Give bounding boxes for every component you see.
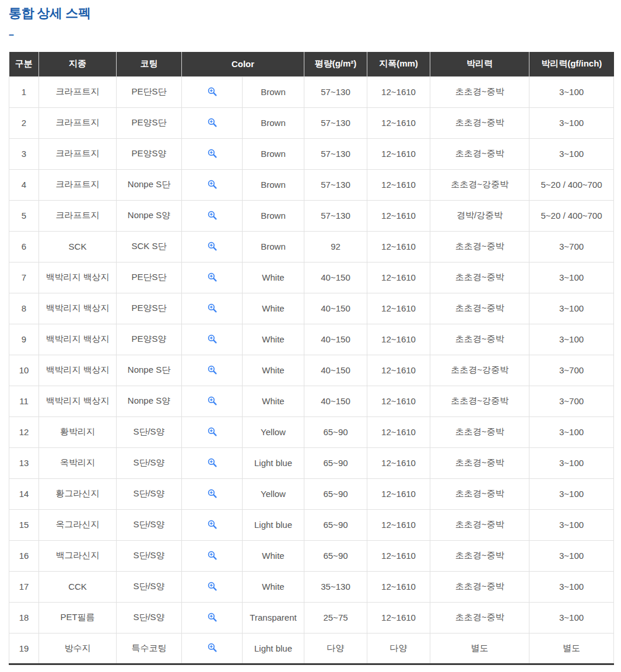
- table-row: 16백그라신지S단/S양 White65~9012~1610초초경~중박3~10…: [9, 540, 614, 571]
- peel-strength-cell: 초초경~강중박: [430, 169, 529, 200]
- color-preview-cell: [182, 540, 243, 571]
- row-number-cell: 12: [9, 416, 39, 447]
- row-number-cell: 9: [9, 324, 39, 355]
- table-row: 13옥박리지S단/S양 Light blue65~9012~1610초초경~중박…: [9, 447, 614, 478]
- peel-strength-gf-cell: 별도: [529, 633, 614, 664]
- basis-weight-cell: 25~75: [304, 602, 367, 633]
- paper-type-cell: 백박리지 백상지: [39, 324, 117, 355]
- zoom-in-icon[interactable]: [206, 611, 218, 623]
- paper-width-cell: 12~1610: [367, 324, 430, 355]
- row-number-cell: 15: [9, 509, 39, 540]
- coating-cell: S단/S양: [117, 509, 182, 540]
- paper-type-cell: 옥그라신지: [39, 509, 117, 540]
- zoom-in-icon[interactable]: [206, 178, 218, 190]
- basis-weight-cell: 57~130: [304, 107, 367, 138]
- paper-width-cell: 12~1610: [367, 571, 430, 602]
- row-number-cell: 10: [9, 355, 39, 386]
- peel-strength-cell: 경박/강중박: [430, 200, 529, 231]
- row-number-cell: 17: [9, 571, 39, 602]
- zoom-in-icon[interactable]: [206, 86, 218, 97]
- peel-strength-cell: 초초경~중박: [430, 602, 529, 633]
- table-row: 10백박리지 백상지Nonpe S단 White40~15012~1610초초경…: [9, 355, 614, 386]
- zoom-in-icon[interactable]: [206, 580, 218, 592]
- zoom-in-icon[interactable]: [206, 457, 218, 468]
- color-preview-cell: [182, 571, 243, 602]
- peel-strength-cell: 초초경~강중박: [430, 355, 529, 386]
- table-row: 11백박리지 백상지Nonpe S양 White40~15012~1610초초경…: [9, 386, 614, 416]
- peel-strength-cell: 초초경~중박: [430, 416, 529, 447]
- paper-width-cell: 12~1610: [367, 76, 430, 107]
- col-header-color: Color: [182, 52, 304, 76]
- zoom-in-icon[interactable]: [206, 333, 218, 345]
- peel-strength-cell: 초초경~중박: [430, 540, 529, 571]
- color-preview-cell: [182, 478, 243, 509]
- color-preview-cell: [182, 386, 243, 416]
- paper-type-cell: 옥박리지: [39, 447, 117, 478]
- peel-strength-gf-cell: 3~700: [529, 386, 614, 416]
- row-number-cell: 8: [9, 293, 39, 324]
- header-row: 구분 지종 코팅 Color 평량(g/m²) 지폭(mm) 박리력 박리력(g…: [9, 52, 614, 76]
- coating-cell: PE양S양: [117, 324, 182, 355]
- zoom-in-icon[interactable]: [206, 271, 218, 283]
- row-number-cell: 19: [9, 633, 39, 664]
- basis-weight-cell: 다양: [304, 633, 367, 664]
- zoom-in-icon[interactable]: [206, 117, 218, 128]
- coating-cell: S단/S양: [117, 416, 182, 447]
- zoom-in-icon[interactable]: [206, 148, 218, 159]
- zoom-in-icon[interactable]: [206, 395, 218, 407]
- color-name-cell: Light blue: [243, 447, 304, 478]
- color-name-cell: White: [243, 540, 304, 571]
- row-number-cell: 4: [9, 169, 39, 200]
- zoom-in-icon[interactable]: [206, 642, 218, 653]
- paper-width-cell: 12~1610: [367, 231, 430, 262]
- peel-strength-cell: 초초경~중박: [430, 138, 529, 169]
- spec-table: 구분 지종 코팅 Color 평량(g/m²) 지폭(mm) 박리력 박리력(g…: [9, 52, 614, 665]
- coating-cell: PE단S단: [117, 76, 182, 107]
- paper-type-cell: 백박리지 백상지: [39, 386, 117, 416]
- paper-type-cell: CCK: [39, 571, 117, 602]
- table-row: 6SCKSCK S단 Brown9212~1610초초경~중박3~700: [9, 231, 614, 262]
- zoom-in-icon[interactable]: [206, 488, 218, 499]
- paper-type-cell: 황박리지: [39, 416, 117, 447]
- col-header-peel-strength: 박리력: [430, 52, 529, 76]
- coating-cell: SCK S단: [117, 231, 182, 262]
- row-number-cell: 6: [9, 231, 39, 262]
- paper-type-cell: 크라프트지: [39, 76, 117, 107]
- peel-strength-cell: 초초경~중박: [430, 76, 529, 107]
- paper-width-cell: 12~1610: [367, 262, 430, 293]
- zoom-in-icon[interactable]: [206, 550, 218, 561]
- peel-strength-gf-cell: 3~100: [529, 602, 614, 633]
- zoom-in-icon[interactable]: [206, 364, 218, 376]
- color-preview-cell: [182, 355, 243, 386]
- zoom-in-icon[interactable]: [206, 426, 218, 438]
- color-name-cell: Brown: [243, 138, 304, 169]
- color-name-cell: White: [243, 262, 304, 293]
- peel-strength-gf-cell: 3~700: [529, 355, 614, 386]
- color-preview-cell: [182, 633, 243, 664]
- color-name-cell: White: [243, 571, 304, 602]
- paper-width-cell: 12~1610: [367, 602, 430, 633]
- peel-strength-cell: 초초경~강중박: [430, 386, 529, 416]
- paper-width-cell: 12~1610: [367, 169, 430, 200]
- zoom-in-icon[interactable]: [206, 519, 218, 530]
- zoom-in-icon[interactable]: [206, 302, 218, 314]
- peel-strength-gf-cell: 3~100: [529, 478, 614, 509]
- color-name-cell: Light blue: [243, 633, 304, 664]
- paper-width-cell: 12~1610: [367, 107, 430, 138]
- color-preview-cell: [182, 262, 243, 293]
- basis-weight-cell: 65~90: [304, 416, 367, 447]
- col-header-peel-strength-gf: 박리력(gf/inch): [529, 52, 614, 76]
- basis-weight-cell: 35~130: [304, 571, 367, 602]
- peel-strength-gf-cell: 5~20 / 400~700: [529, 200, 614, 231]
- col-header-basis-weight: 평량(g/m²): [304, 52, 367, 76]
- paper-width-cell: 12~1610: [367, 386, 430, 416]
- peel-strength-cell: 초초경~중박: [430, 509, 529, 540]
- col-header-coating: 코팅: [117, 52, 182, 76]
- coating-cell: Nonpe S단: [117, 169, 182, 200]
- paper-width-cell: 12~1610: [367, 478, 430, 509]
- zoom-in-icon[interactable]: [206, 240, 218, 252]
- row-number-cell: 2: [9, 107, 39, 138]
- row-number-cell: 18: [9, 602, 39, 633]
- zoom-in-icon[interactable]: [206, 209, 218, 221]
- paper-type-cell: 크라프트지: [39, 138, 117, 169]
